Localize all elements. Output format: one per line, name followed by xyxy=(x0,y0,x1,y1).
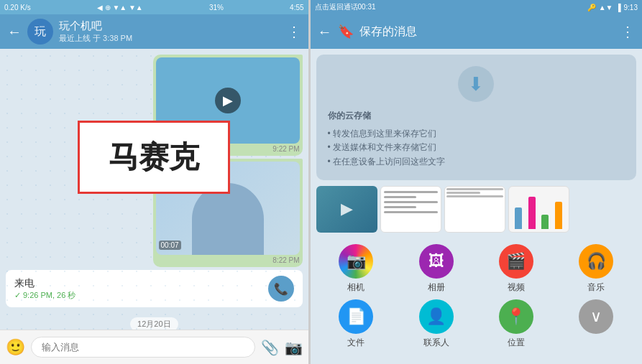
cloud-bullet-3: • 在任意设备上访问回这些文字 xyxy=(328,155,625,169)
app-video[interactable]: 🎬 视频 xyxy=(479,244,553,294)
left-phone-panel: 0.20 K/s ◀ ⊕ ▼▲ ▼▲ 31% 4:55 ← 玩 玩个机吧 最近上… xyxy=(0,0,308,364)
avatar: 玩 xyxy=(27,19,53,45)
bar-col-4 xyxy=(555,202,562,229)
doc-mini-line-2 xyxy=(446,192,480,194)
right-phone-panel: 点击返回通话00:31 🔑 ▲▼ ▐ 9:13 ← 🔖 保存的消息 ⋮ ⬇ 你的… xyxy=(311,0,642,364)
app-music[interactable]: 🎧 音乐 xyxy=(559,244,633,294)
video-label: 视频 xyxy=(508,281,525,294)
location-label: 位置 xyxy=(508,337,525,349)
date-divider: 12月20日 xyxy=(130,317,178,330)
cloud-bullet-1: • 转发信息到这里来保存它们 xyxy=(328,127,625,141)
app-files[interactable]: 📄 文件 xyxy=(319,299,393,349)
chat-title: 玩个机吧 xyxy=(59,19,281,33)
call-info: 来电 ✓ 9:26 PM, 26 秒 xyxy=(14,277,75,301)
cloud-icon-wrap: ⬇ xyxy=(328,66,625,102)
app-location[interactable]: 📍 位置 xyxy=(479,299,553,349)
play-button[interactable]: ▶ xyxy=(215,88,241,113)
more-icon[interactable]: ∨ xyxy=(579,299,613,334)
app-camera[interactable]: 📷 相机 xyxy=(319,244,393,294)
chat-input-bar: 🙂 📎 📷 xyxy=(0,330,308,364)
avatar-label: 玩 xyxy=(35,24,46,39)
contacts-label: 联系人 xyxy=(423,337,449,349)
doc-line-3 xyxy=(384,211,438,213)
status-icons-left: ◀ ⊕ ▼▲ ▼▲ xyxy=(97,4,143,11)
thumb-doc-1[interactable] xyxy=(380,186,441,233)
key-icon: 🔑 xyxy=(587,4,596,11)
gallery-label: 相册 xyxy=(428,281,445,294)
app-contacts[interactable]: 👤 联系人 xyxy=(399,299,473,349)
date-divider-wrapper: 12月20日 xyxy=(6,312,303,330)
app-more[interactable]: ∨ xyxy=(559,299,633,349)
location-icon: 📍 xyxy=(499,299,533,334)
doc-col-left xyxy=(446,188,503,230)
call-icon[interactable]: 📞 xyxy=(268,276,294,302)
bar-col-2 xyxy=(528,197,536,229)
doc-line-2 xyxy=(384,201,438,203)
emoji-button[interactable]: 🙂 xyxy=(6,338,25,357)
header-info: 玩个机吧 最近上线 于 3:38 PM xyxy=(59,19,281,44)
thumb-video[interactable] xyxy=(316,186,377,233)
signal-icon: ▲▼ xyxy=(599,4,613,11)
menu-button[interactable]: ⋮ xyxy=(287,23,301,40)
bar-col-3 xyxy=(541,215,549,229)
camera-button[interactable]: 📷 xyxy=(285,339,303,356)
img-duration: 00:07 xyxy=(159,241,181,250)
doc-line-short-2 xyxy=(384,206,416,208)
chat-header: ← 玩 玩个机吧 最近上线 于 3:38 PM ⋮ xyxy=(0,14,308,49)
app-gallery[interactable]: 🖼 相册 xyxy=(399,244,473,294)
menu-button-right[interactable]: ⋮ xyxy=(620,23,635,40)
bubble-time-2: 8:22 PM xyxy=(156,256,300,264)
chat-subtitle: 最近上线 于 3:38 PM xyxy=(59,33,281,44)
cloud-bullet-2: • 发送媒体和文件来存储它们 xyxy=(328,141,625,154)
saved-messages-title: 保存的消息 xyxy=(359,24,615,39)
face-silhouette xyxy=(192,183,264,255)
contacts-icon: 👤 xyxy=(419,299,454,334)
gallery-icon: 🖼 xyxy=(419,244,454,279)
files-icon: 📄 xyxy=(339,299,373,334)
status-speed: 0.20 K/s xyxy=(4,4,31,11)
call-title: 来电 xyxy=(14,277,75,290)
call-time: ✓ 9:26 PM, 26 秒 xyxy=(14,290,75,301)
cloud-description: 你的云存储 • 转发信息到这里来保存它们 • 发送媒体和文件来存储它们 • 在任… xyxy=(328,109,625,169)
doc-line xyxy=(384,191,438,193)
files-label: 文件 xyxy=(347,337,364,349)
camera-icon: 📷 xyxy=(339,244,373,279)
doc-line-short xyxy=(384,196,416,198)
chat-area[interactable]: ▶ 00:09 9:22 PM 00:07 8:22 PM 马赛克 来电 xyxy=(0,49,308,330)
bookmark-icon: 🔖 xyxy=(338,24,354,39)
cloud-icon: ⬇ xyxy=(458,66,494,102)
thumb-bar-chart[interactable] xyxy=(508,186,569,233)
status-icons-right: 🔑 ▲▼ ▐ 9:13 xyxy=(587,4,638,11)
time-right: 9:13 xyxy=(624,4,638,11)
thumbnail-strip xyxy=(311,186,642,238)
music-icon: 🎧 xyxy=(579,244,613,279)
call-item-1: 来电 ✓ 9:26 PM, 26 秒 📞 xyxy=(6,270,303,307)
message-input[interactable] xyxy=(31,337,255,358)
video-icon: 🎬 xyxy=(499,244,533,279)
doc-mini-line xyxy=(446,188,503,190)
attach-button[interactable]: 📎 xyxy=(261,339,279,356)
status-battery-left: 31% xyxy=(209,4,224,11)
status-bar-left: 0.20 K/s ◀ ⊕ ▼▲ ▼▲ 31% 4:55 xyxy=(0,0,308,14)
app-grid: 📷 相机 🖼 相册 🎬 视频 🎧 音乐 📄 文件 👤 联系人 xyxy=(311,238,642,355)
status-time-left: 4:55 xyxy=(290,4,303,11)
back-button-right[interactable]: ← xyxy=(318,24,332,40)
mosaic-overlay: 马赛克 xyxy=(78,121,230,194)
doc-mini-line-3 xyxy=(446,195,503,197)
music-label: 音乐 xyxy=(587,281,605,294)
cloud-storage-box: ⬇ 你的云存储 • 转发信息到这里来保存它们 • 发送媒体和文件来存储它们 • … xyxy=(316,55,636,180)
cloud-title: 你的云存储 xyxy=(328,109,625,123)
camera-label: 相机 xyxy=(347,281,364,294)
thumb-doc-2[interactable] xyxy=(444,186,505,233)
mosaic-text: 马赛克 xyxy=(109,140,199,174)
bar-col-1 xyxy=(515,207,522,229)
status-bar-right: 点击返回通话00:31 🔑 ▲▼ ▐ 9:13 xyxy=(311,0,642,14)
battery-icon: ▐ xyxy=(615,4,620,11)
saved-content-area[interactable]: ⬇ 你的云存储 • 转发信息到这里来保存它们 • 发送媒体和文件来存储它们 • … xyxy=(311,49,642,364)
call-status: 点击返回通话00:31 xyxy=(315,2,376,12)
saved-messages-header: ← 🔖 保存的消息 ⋮ xyxy=(311,14,642,49)
back-button[interactable]: ← xyxy=(7,24,22,40)
